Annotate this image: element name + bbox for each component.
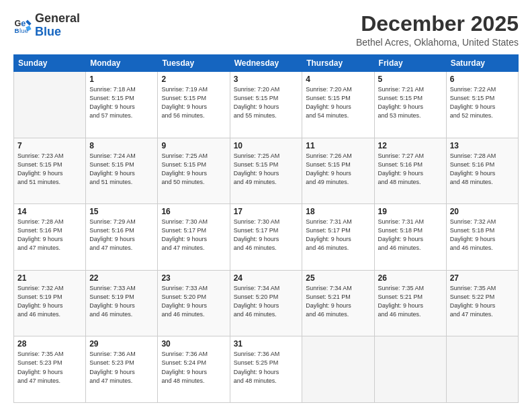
day-number: 13 — [450, 141, 515, 150]
calendar-cell: 25Sunrise: 7:34 AMSunset: 5:21 PMDayligh… — [302, 270, 374, 336]
day-info: Sunrise: 7:35 AMSunset: 5:22 PMDaylight:… — [450, 284, 515, 319]
logo-general: General — [35, 12, 80, 26]
svg-marker-2 — [26, 19, 31, 25]
day-info: Sunrise: 7:25 AMSunset: 5:15 PMDaylight:… — [234, 152, 299, 187]
calendar-cell: 7Sunrise: 7:23 AMSunset: 5:15 PMDaylight… — [14, 138, 86, 204]
day-info: Sunrise: 7:34 AMSunset: 5:21 PMDaylight:… — [306, 284, 370, 319]
day-info: Sunrise: 7:30 AMSunset: 5:17 PMDaylight:… — [234, 218, 299, 253]
calendar-cell: 1Sunrise: 7:18 AMSunset: 5:15 PMDaylight… — [86, 72, 158, 138]
week-row-2: 14Sunrise: 7:28 AMSunset: 5:16 PMDayligh… — [14, 204, 519, 271]
day-info: Sunrise: 7:24 AMSunset: 5:15 PMDaylight:… — [89, 152, 154, 187]
month-title: December 2025 — [356, 12, 519, 36]
day-number: 7 — [17, 141, 82, 150]
day-number: 23 — [161, 273, 226, 283]
day-info: Sunrise: 7:35 AMSunset: 5:21 PMDaylight:… — [378, 284, 443, 319]
day-info: Sunrise: 7:32 AMSunset: 5:19 PMDaylight:… — [17, 284, 82, 319]
day-number: 12 — [378, 141, 443, 150]
calendar-cell: 26Sunrise: 7:35 AMSunset: 5:21 PMDayligh… — [374, 270, 446, 336]
day-info: Sunrise: 7:23 AMSunset: 5:15 PMDaylight:… — [17, 152, 82, 187]
calendar-cell: 17Sunrise: 7:30 AMSunset: 5:17 PMDayligh… — [230, 204, 302, 271]
calendar-cell: 22Sunrise: 7:33 AMSunset: 5:19 PMDayligh… — [86, 270, 158, 336]
day-info: Sunrise: 7:31 AMSunset: 5:18 PMDaylight:… — [378, 218, 443, 253]
calendar-table: SundayMondayTuesdayWednesdayThursdayFrid… — [13, 54, 519, 403]
calendar-cell: 20Sunrise: 7:32 AMSunset: 5:18 PMDayligh… — [446, 204, 518, 271]
logo-blue: Blue — [35, 26, 80, 39]
calendar-cell: 4Sunrise: 7:20 AMSunset: 5:15 PMDaylight… — [302, 72, 374, 138]
calendar-cell: 16Sunrise: 7:30 AMSunset: 5:17 PMDayligh… — [158, 204, 230, 271]
calendar-cell: 31Sunrise: 7:36 AMSunset: 5:25 PMDayligh… — [230, 336, 302, 403]
day-info: Sunrise: 7:26 AMSunset: 5:15 PMDaylight:… — [306, 152, 370, 187]
day-info: Sunrise: 7:33 AMSunset: 5:20 PMDaylight:… — [161, 284, 226, 319]
day-number: 3 — [234, 75, 299, 84]
day-number: 10 — [234, 141, 299, 150]
day-info: Sunrise: 7:22 AMSunset: 5:15 PMDaylight:… — [450, 85, 515, 120]
day-info: Sunrise: 7:27 AMSunset: 5:16 PMDaylight:… — [378, 152, 443, 187]
day-number: 30 — [161, 339, 226, 349]
calendar-cell: 10Sunrise: 7:25 AMSunset: 5:15 PMDayligh… — [230, 138, 302, 204]
calendar-cell: 6Sunrise: 7:22 AMSunset: 5:15 PMDaylight… — [446, 72, 518, 138]
week-row-4: 28Sunrise: 7:35 AMSunset: 5:23 PMDayligh… — [14, 336, 519, 403]
day-number: 2 — [161, 75, 226, 84]
day-number: 15 — [89, 207, 154, 216]
day-number: 6 — [450, 75, 515, 84]
calendar-cell — [374, 336, 446, 403]
calendar-cell — [446, 336, 518, 403]
day-number: 25 — [306, 273, 370, 283]
logo: G e B lue General Blue — [13, 12, 80, 39]
week-row-3: 21Sunrise: 7:32 AMSunset: 5:19 PMDayligh… — [14, 270, 519, 336]
day-info: Sunrise: 7:34 AMSunset: 5:20 PMDaylight:… — [234, 284, 299, 319]
calendar-cell: 12Sunrise: 7:27 AMSunset: 5:16 PMDayligh… — [374, 138, 446, 204]
header: G e B lue General Blue December 2025 Bet… — [13, 12, 519, 48]
week-row-0: 1Sunrise: 7:18 AMSunset: 5:15 PMDaylight… — [14, 72, 519, 138]
day-info: Sunrise: 7:28 AMSunset: 5:16 PMDaylight:… — [450, 152, 515, 187]
day-info: Sunrise: 7:31 AMSunset: 5:17 PMDaylight:… — [306, 218, 370, 253]
day-number: 21 — [17, 273, 82, 283]
day-number: 29 — [89, 339, 154, 349]
day-info: Sunrise: 7:18 AMSunset: 5:15 PMDaylight:… — [89, 85, 154, 120]
day-number: 20 — [450, 207, 515, 216]
calendar-cell: 19Sunrise: 7:31 AMSunset: 5:18 PMDayligh… — [374, 204, 446, 271]
header-cell-tuesday: Tuesday — [158, 55, 230, 72]
calendar-cell: 2Sunrise: 7:19 AMSunset: 5:15 PMDaylight… — [158, 72, 230, 138]
location: Bethel Acres, Oklahoma, United States — [356, 37, 519, 48]
day-number: 9 — [161, 141, 226, 150]
day-number: 19 — [378, 207, 443, 216]
calendar-cell: 3Sunrise: 7:20 AMSunset: 5:15 PMDaylight… — [230, 72, 302, 138]
logo-icon: G e B lue — [13, 16, 32, 35]
calendar-cell: 30Sunrise: 7:36 AMSunset: 5:24 PMDayligh… — [158, 336, 230, 403]
day-info: Sunrise: 7:30 AMSunset: 5:17 PMDaylight:… — [161, 218, 226, 253]
calendar-cell: 29Sunrise: 7:36 AMSunset: 5:23 PMDayligh… — [86, 336, 158, 403]
day-number: 8 — [89, 141, 154, 150]
calendar-cell: 27Sunrise: 7:35 AMSunset: 5:22 PMDayligh… — [446, 270, 518, 336]
day-info: Sunrise: 7:19 AMSunset: 5:15 PMDaylight:… — [161, 85, 226, 120]
header-cell-thursday: Thursday — [302, 55, 374, 72]
day-number: 4 — [306, 75, 370, 84]
calendar-cell: 28Sunrise: 7:35 AMSunset: 5:23 PMDayligh… — [14, 336, 86, 403]
header-cell-saturday: Saturday — [446, 55, 518, 72]
calendar-cell: 15Sunrise: 7:29 AMSunset: 5:16 PMDayligh… — [86, 204, 158, 271]
calendar-cell: 18Sunrise: 7:31 AMSunset: 5:17 PMDayligh… — [302, 204, 374, 271]
svg-text:B: B — [14, 27, 19, 34]
title-block: December 2025 Bethel Acres, Oklahoma, Un… — [356, 12, 519, 48]
day-info: Sunrise: 7:21 AMSunset: 5:15 PMDaylight:… — [378, 85, 443, 120]
calendar-cell — [302, 336, 374, 403]
day-info: Sunrise: 7:35 AMSunset: 5:23 PMDaylight:… — [17, 350, 82, 385]
header-cell-sunday: Sunday — [14, 55, 86, 72]
day-info: Sunrise: 7:25 AMSunset: 5:15 PMDaylight:… — [161, 152, 226, 187]
calendar-cell: 8Sunrise: 7:24 AMSunset: 5:15 PMDaylight… — [86, 138, 158, 204]
day-number: 11 — [306, 141, 370, 150]
day-info: Sunrise: 7:20 AMSunset: 5:15 PMDaylight:… — [306, 85, 370, 120]
calendar-cell: 14Sunrise: 7:28 AMSunset: 5:16 PMDayligh… — [14, 204, 86, 271]
calendar-cell: 5Sunrise: 7:21 AMSunset: 5:15 PMDaylight… — [374, 72, 446, 138]
day-info: Sunrise: 7:32 AMSunset: 5:18 PMDaylight:… — [450, 218, 515, 253]
header-cell-friday: Friday — [374, 55, 446, 72]
calendar-cell — [14, 72, 86, 138]
header-row: SundayMondayTuesdayWednesdayThursdayFrid… — [14, 55, 519, 72]
day-number: 5 — [378, 75, 443, 84]
svg-text:lue: lue — [19, 27, 29, 34]
day-number: 31 — [234, 339, 299, 349]
day-number: 1 — [89, 75, 154, 84]
week-row-1: 7Sunrise: 7:23 AMSunset: 5:15 PMDaylight… — [14, 138, 519, 204]
day-info: Sunrise: 7:36 AMSunset: 5:23 PMDaylight:… — [89, 350, 154, 385]
header-cell-monday: Monday — [86, 55, 158, 72]
